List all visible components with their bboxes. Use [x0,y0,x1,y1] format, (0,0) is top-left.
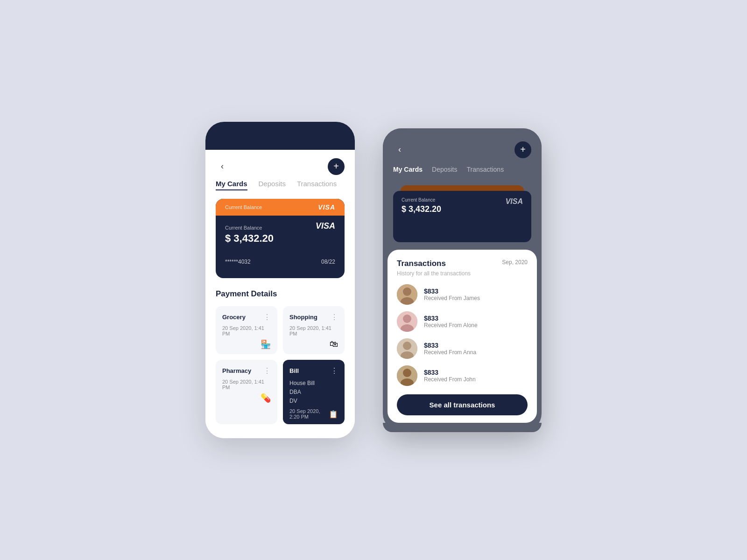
payment-card-header-shopping: Shopping ⋮ [289,313,338,322]
trans-list: $833 Received From James $833 [397,284,528,386]
payment-card-header: Grocery ⋮ [222,313,271,322]
bill-details: House Bill DBA DV [289,379,338,406]
payment-date-pharmacy: 20 Sep 2020, 1:41 PM [222,379,271,390]
payment-grid: Grocery ⋮ 20 Sep 2020, 1:41 PM 🏪 Shoppin… [216,306,345,425]
trans-item-alone: $833 Received From Alone [397,311,528,332]
card-balance-value: $ 3,432.20 [225,232,335,245]
phone2-tabs: My Cards Deposits Transactions [393,166,531,173]
avatar-james [397,284,417,305]
visa-logo-strip: VISA [318,203,335,211]
payment-menu-grocery[interactable]: ⋮ [263,313,271,322]
card-front: Current Balance $ 3,432.20 VISA [393,191,531,242]
trans-info-alone: $833 Received From Alone [424,315,528,329]
trans-header: Transactions Sep, 2020 [397,259,528,268]
tab-transactions[interactable]: Transactions [297,180,337,190]
payment-item-grocery: Grocery ⋮ 20 Sep 2020, 1:41 PM 🏪 [216,306,277,354]
trans-amount-john: $833 [424,369,528,376]
credit-card: Current Balance VISA Current Balance $ 3… [216,199,345,278]
phone2-tab-deposits[interactable]: Deposits [432,166,457,173]
card-orange-strip: Current Balance VISA [216,199,345,216]
trans-subtitle: History for all the transactions [397,270,528,277]
phone2-top: ‹ + My Cards Deposits Transactions [383,128,542,173]
trans-item-james: $833 Received From James [397,284,528,305]
payment-card-header-bill: Bill ⋮ [289,366,338,375]
phone2-tab-my-cards[interactable]: My Cards [393,166,423,173]
payment-name-pharmacy: Pharmacy [222,367,251,374]
trans-title: Transactions [397,259,446,268]
payment-date-shopping: 20 Sep 2020, 1:41 PM [289,325,338,336]
card-footer: ******4032 08/22 [225,259,335,265]
trans-name-james: Received From James [424,295,528,301]
phone1-body: ‹ + My Cards Deposits Transactions Curre… [205,150,355,439]
payment-card-header-pharmacy: Pharmacy ⋮ [222,366,271,375]
bill-line1: DBA [289,388,338,397]
avatar-john [397,365,417,386]
transactions-panel: Transactions Sep, 2020 History for all t… [388,250,537,423]
payment-date-grocery: 20 Sep 2020, 1:41 PM [222,325,271,336]
card-strip-label: Current Balance [225,204,262,210]
bill-icon: 📋 [329,410,338,419]
card-number: ******4032 [225,259,251,265]
pharmacy-icon: 💊 [222,393,271,403]
payment-item-pharmacy: Pharmacy ⋮ 20 Sep 2020, 1:41 PM 💊 [216,360,277,425]
back-button[interactable]: ‹ [216,160,229,173]
phone2-device: ‹ + My Cards Deposits Transactions Curre… [383,128,542,432]
trans-name-anna: Received From Anna [424,349,528,356]
svg-point-7 [403,342,411,350]
payment-item-bill: Bill ⋮ House Bill DBA DV 20 Sep 2020, 2:… [283,360,345,425]
phone2-header: ‹ + [393,137,531,166]
payment-menu-pharmacy[interactable]: ⋮ [263,366,271,375]
grocery-icon: 🏪 [222,339,271,350]
bill-line2: DV [289,397,338,406]
phone1-header: ‹ + [205,150,355,180]
phone2-back-button[interactable]: ‹ [393,143,406,156]
svg-point-1 [403,287,411,296]
bill-date-row: 20 Sep 2020, 2:20 PM 📋 [289,408,338,420]
card-front-balance: $ 3,432.20 [402,204,523,214]
phone1-tabs: My Cards Deposits Transactions [205,180,355,190]
phone2-add-button[interactable]: + [514,141,531,158]
payment-name-grocery: Grocery [222,314,246,321]
see-all-transactions-button[interactable]: See all transactions [397,394,528,415]
trans-name-alone: Received From Alone [424,322,528,329]
visa-logo-card: VISA [316,221,335,231]
trans-amount-alone: $833 [424,315,528,322]
payment-details-title: Payment Details [216,289,345,299]
card-expiry: 08/22 [321,259,335,265]
tab-my-cards[interactable]: My Cards [216,180,247,190]
avatar-alone [397,311,417,332]
cards-stack: Current Balance $ 3,432.20 VISA [393,182,531,242]
payment-item-shopping: Shopping ⋮ 20 Sep 2020, 1:41 PM 🛍 [283,306,345,354]
payment-menu-bill[interactable]: ⋮ [331,366,338,375]
trans-name-john: Received From John [424,376,528,383]
trans-item-anna: $833 Received From Anna [397,338,528,359]
avatar-anna [397,338,417,359]
payment-name-shopping: Shopping [289,314,317,321]
trans-info-john: $833 Received From John [424,369,528,383]
trans-amount-james: $833 [424,287,528,295]
trans-amount-anna: $833 [424,342,528,349]
phone1-device: ‹ + My Cards Deposits Transactions Curre… [205,122,355,439]
payment-name-bill: Bill [289,367,299,374]
payment-menu-shopping[interactable]: ⋮ [331,313,338,322]
trans-item-john: $833 Received From John [397,365,528,386]
phone2-bottom [383,423,542,432]
phone2-tab-transactions[interactable]: Transactions [467,166,504,173]
card-front-visa: VISA [506,197,523,206]
svg-point-10 [403,369,411,377]
tab-deposits[interactable]: Deposits [259,180,286,190]
card-wrapper: Current Balance VISA Current Balance $ 3… [205,199,355,278]
svg-point-4 [403,315,411,323]
add-button[interactable]: + [328,158,345,175]
phone1-top-bar [205,122,355,150]
card-front-label: Current Balance [402,197,523,203]
payment-details: Payment Details Grocery ⋮ 20 Sep 2020, 1… [205,289,355,425]
trans-date: Sep, 2020 [502,259,528,266]
bill-name: House Bill [289,379,338,388]
trans-info-james: $833 Received From James [424,287,528,301]
trans-info-anna: $833 Received From Anna [424,342,528,356]
shopping-icon: 🛍 [289,339,338,349]
bill-date: 20 Sep 2020, 2:20 PM [289,408,329,420]
